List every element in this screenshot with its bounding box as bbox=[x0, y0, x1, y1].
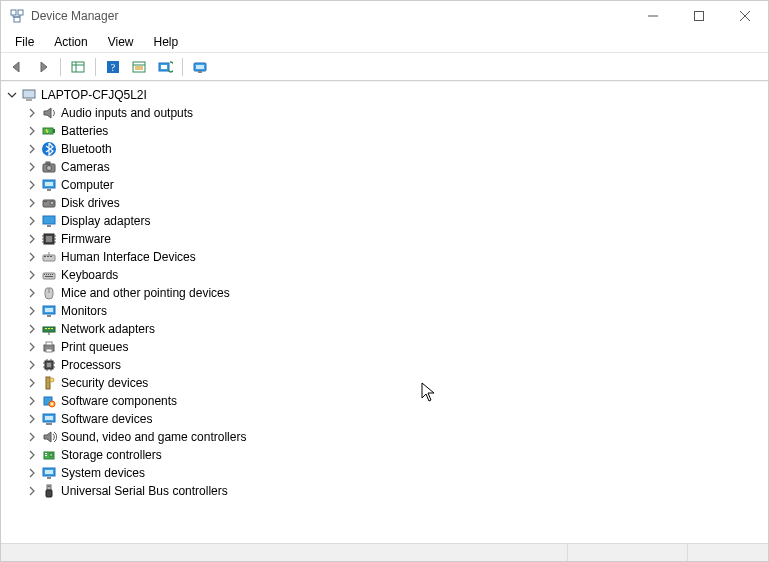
toolbar-back-button[interactable] bbox=[5, 56, 29, 78]
chevron-right-icon[interactable] bbox=[25, 232, 39, 246]
device-tree-area[interactable]: LAPTOP-CFJQ5L2I Audio inputs and outputs… bbox=[1, 81, 768, 543]
processors-icon bbox=[41, 357, 57, 373]
toolbar-help-button[interactable]: ? bbox=[101, 56, 125, 78]
tree-root-node[interactable]: LAPTOP-CFJQ5L2I bbox=[1, 86, 768, 104]
toolbar-show-hide-console-button[interactable] bbox=[66, 56, 90, 78]
tree-item-label: Audio inputs and outputs bbox=[61, 106, 193, 120]
svg-rect-49 bbox=[43, 255, 55, 261]
svg-rect-55 bbox=[44, 274, 45, 275]
tree-item-swdevices[interactable]: Software devices bbox=[21, 410, 768, 428]
tree-item-processors[interactable]: Processors bbox=[21, 356, 768, 374]
tree-item-label: Keyboards bbox=[61, 268, 118, 282]
chevron-right-icon[interactable] bbox=[25, 178, 39, 192]
tree-item-hid[interactable]: Human Interface Devices bbox=[21, 248, 768, 266]
tree-item-label: Monitors bbox=[61, 304, 107, 318]
minimize-button[interactable] bbox=[630, 1, 676, 31]
chevron-right-icon[interactable] bbox=[25, 250, 39, 264]
svg-rect-34 bbox=[45, 182, 53, 186]
chevron-right-icon[interactable] bbox=[25, 304, 39, 318]
svg-rect-40 bbox=[47, 225, 51, 227]
chevron-right-icon[interactable] bbox=[25, 466, 39, 480]
toolbar-separator bbox=[182, 58, 183, 76]
svg-rect-74 bbox=[47, 363, 51, 367]
computer-icon bbox=[21, 87, 37, 103]
tree-item-display[interactable]: Display adapters bbox=[21, 212, 768, 230]
toolbar-scan-hardware-button[interactable] bbox=[153, 56, 177, 78]
menu-bar: File Action View Help bbox=[1, 31, 768, 53]
svg-rect-90 bbox=[46, 423, 52, 425]
chevron-right-icon[interactable] bbox=[25, 322, 39, 336]
chevron-right-icon[interactable] bbox=[25, 160, 39, 174]
chevron-right-icon[interactable] bbox=[25, 214, 39, 228]
tree-item-swcomponents[interactable]: Software components bbox=[21, 392, 768, 410]
tree-item-sound[interactable]: Sound, video and game controllers bbox=[21, 428, 768, 446]
toolbar-forward-button[interactable] bbox=[31, 56, 55, 78]
menu-help[interactable]: Help bbox=[144, 33, 189, 51]
monitors-icon bbox=[41, 303, 57, 319]
swcomponents-icon bbox=[41, 393, 57, 409]
tree-item-keyboards[interactable]: Keyboards bbox=[21, 266, 768, 284]
tree-item-firmware[interactable]: Firmware bbox=[21, 230, 768, 248]
chevron-right-icon[interactable] bbox=[25, 268, 39, 282]
chevron-right-icon[interactable] bbox=[25, 106, 39, 120]
tree-item-computer[interactable]: Computer bbox=[21, 176, 768, 194]
svg-rect-28 bbox=[53, 129, 55, 133]
svg-rect-8 bbox=[695, 12, 704, 21]
tree-item-label: Software devices bbox=[61, 412, 152, 426]
svg-rect-68 bbox=[51, 328, 53, 329]
tree-item-security[interactable]: Security devices bbox=[21, 374, 768, 392]
tree-item-label: Batteries bbox=[61, 124, 108, 138]
svg-rect-58 bbox=[50, 274, 51, 275]
menu-view[interactable]: View bbox=[98, 33, 144, 51]
chevron-right-icon[interactable] bbox=[25, 394, 39, 408]
chevron-right-icon[interactable] bbox=[25, 412, 39, 426]
menu-action[interactable]: Action bbox=[44, 33, 97, 51]
svg-rect-72 bbox=[46, 349, 52, 352]
tree-item-label: Print queues bbox=[61, 340, 128, 354]
svg-rect-92 bbox=[45, 453, 47, 454]
tree-item-system[interactable]: System devices bbox=[21, 464, 768, 482]
svg-point-84 bbox=[50, 378, 54, 382]
tree-item-mice[interactable]: Mice and other pointing devices bbox=[21, 284, 768, 302]
svg-rect-59 bbox=[52, 274, 53, 275]
svg-rect-64 bbox=[47, 315, 51, 317]
tree-item-label: System devices bbox=[61, 466, 145, 480]
tree-item-diskdrives[interactable]: Disk drives bbox=[21, 194, 768, 212]
svg-rect-11 bbox=[72, 62, 84, 72]
chevron-right-icon[interactable] bbox=[25, 448, 39, 462]
toolbar-devices-printers-button[interactable] bbox=[188, 56, 212, 78]
bluetooth-icon bbox=[41, 141, 57, 157]
chevron-right-icon[interactable] bbox=[25, 124, 39, 138]
tree-item-label: Sound, video and game controllers bbox=[61, 430, 246, 444]
close-button[interactable] bbox=[722, 1, 768, 31]
svg-rect-38 bbox=[44, 201, 47, 202]
svg-rect-66 bbox=[45, 328, 47, 329]
tree-item-bluetooth[interactable]: Bluetooth bbox=[21, 140, 768, 158]
chevron-right-icon[interactable] bbox=[25, 196, 39, 210]
tree-item-network[interactable]: Network adapters bbox=[21, 320, 768, 338]
chevron-right-icon[interactable] bbox=[25, 340, 39, 354]
tree-item-label: Mice and other pointing devices bbox=[61, 286, 230, 300]
tree-item-printqueues[interactable]: Print queues bbox=[21, 338, 768, 356]
svg-rect-2 bbox=[14, 17, 20, 22]
menu-file[interactable]: File bbox=[5, 33, 44, 51]
tree-item-storage[interactable]: Storage controllers bbox=[21, 446, 768, 464]
chevron-right-icon[interactable] bbox=[25, 142, 39, 156]
toolbar-properties-button[interactable] bbox=[127, 56, 151, 78]
maximize-button[interactable] bbox=[676, 1, 722, 31]
chevron-right-icon[interactable] bbox=[25, 358, 39, 372]
keyboards-icon bbox=[41, 267, 57, 283]
tree-item-cameras[interactable]: Cameras bbox=[21, 158, 768, 176]
chevron-right-icon[interactable] bbox=[25, 286, 39, 300]
svg-rect-25 bbox=[23, 90, 35, 98]
tree-item-batteries[interactable]: Batteries bbox=[21, 122, 768, 140]
chevron-down-icon[interactable] bbox=[5, 88, 19, 102]
tree-item-monitors[interactable]: Monitors bbox=[21, 302, 768, 320]
tree-item-usb[interactable]: Universal Serial Bus controllers bbox=[21, 482, 768, 500]
tree-item-audio[interactable]: Audio inputs and outputs bbox=[21, 104, 768, 122]
chevron-right-icon[interactable] bbox=[25, 376, 39, 390]
diskdrives-icon bbox=[41, 195, 57, 211]
batteries-icon bbox=[41, 123, 57, 139]
chevron-right-icon[interactable] bbox=[25, 484, 39, 498]
chevron-right-icon[interactable] bbox=[25, 430, 39, 444]
